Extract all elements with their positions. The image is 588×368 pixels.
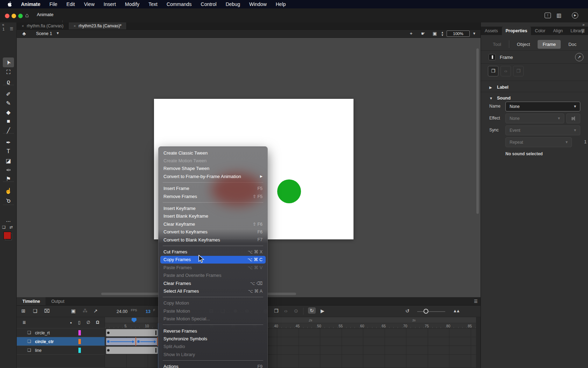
menu-item-remove-shape-tween[interactable]: Remove Shape Tween	[159, 165, 267, 172]
selection-tool[interactable]: ➤	[3, 57, 14, 67]
menu-item-create-classic-tween[interactable]: Create Classic Tween	[159, 149, 267, 157]
line-tool[interactable]: ╱	[3, 125, 14, 135]
paint-bucket-tool[interactable]: ◪	[3, 156, 14, 165]
share-icon[interactable]: ↑	[545, 13, 551, 18]
center-stage-icon[interactable]: ⌖	[410, 31, 412, 36]
asset-warp-tool[interactable]: ⚑	[3, 174, 14, 184]
timeline-panel-menu-icon[interactable]: ☰	[474, 299, 478, 304]
timeline-zoom-handle[interactable]	[424, 309, 428, 314]
mode-tab-frame[interactable]: Frame	[538, 40, 561, 49]
green-circle-artwork[interactable]	[277, 179, 301, 203]
scene-chevron-down-icon[interactable]: ▼	[56, 31, 59, 35]
menu-item-insert-frame[interactable]: Insert FrameF5	[159, 185, 267, 192]
test-movie-icon[interactable]: ▶	[572, 12, 578, 19]
clip-content-icon[interactable]: ▣	[433, 31, 437, 36]
swap-colors-icon[interactable]: ⇄	[9, 225, 13, 230]
menu-item-copy-frames[interactable]: Copy Frames⌥ ⌘ C	[160, 256, 266, 264]
frame-span[interactable]	[106, 347, 158, 354]
layer-row-circle_ctr[interactable]: ❏circle_ctr	[17, 337, 105, 346]
timeline-zoom-in-icon[interactable]: ▲▲	[453, 308, 459, 313]
menubar-item-edit[interactable]: Edit	[66, 1, 75, 7]
menubar-item-view[interactable]: View	[84, 1, 94, 7]
zoom-stepper-icon[interactable]: ▲▼	[441, 31, 444, 37]
layer-row-circle_rt[interactable]: ❏circle_rt	[17, 328, 105, 337]
close-tab-icon[interactable]: ×	[22, 24, 24, 28]
frame-help-icon[interactable]: ↗	[575, 53, 583, 61]
scene-icon[interactable]: ♣	[22, 30, 26, 36]
menubar-item-file[interactable]: File	[49, 1, 57, 7]
close-window-button[interactable]	[5, 14, 9, 18]
sound-name-select[interactable]: None ▼	[505, 102, 580, 111]
collapse-tools-icon[interactable]: «	[2, 22, 4, 27]
layer-name[interactable]: circle_rt	[35, 330, 50, 335]
workspace-layout-icon[interactable]: ▥	[556, 12, 561, 19]
hand-tool[interactable]: ☝	[3, 186, 14, 196]
playhead-marker[interactable]	[132, 318, 136, 322]
delete-layer-icon[interactable]: ⌧	[44, 308, 50, 314]
free-transform-tool[interactable]: ⛶	[3, 67, 14, 77]
graph-editor-icon[interactable]: ↗	[93, 308, 98, 314]
keyframe-dot[interactable]	[107, 349, 110, 352]
menubar-item-animate[interactable]: Animate	[21, 1, 40, 7]
home-icon[interactable]: ⌂	[25, 12, 29, 19]
repeat-count-value[interactable]: 1	[584, 139, 587, 144]
outline-column-icon[interactable]: ▯	[78, 320, 80, 325]
toolbar-menu-icon[interactable]: ☰	[10, 27, 13, 31]
sound-repeat-select[interactable]: Repeat ▼	[505, 137, 572, 147]
sound-effect-select[interactable]: None ▼	[505, 114, 564, 123]
new-layer-icon[interactable]: ⊞	[21, 308, 26, 314]
lock-column-icon[interactable]: Ω	[96, 320, 99, 325]
timeline-tab-timeline[interactable]: Timeline	[17, 297, 46, 305]
preview-sound-button[interactable]	[566, 114, 580, 123]
play-icon[interactable]: ▶	[321, 308, 324, 314]
menubar-item-control[interactable]: Control	[201, 1, 217, 7]
highlight-column-icon[interactable]: ●	[70, 321, 72, 325]
layer-row-line[interactable]: ❏line	[17, 346, 105, 355]
rotate-stage-icon[interactable]: ☛	[421, 31, 425, 36]
layer-color-swatch[interactable]	[78, 330, 81, 335]
fluid-brush-tool[interactable]: ✐	[3, 89, 14, 99]
menu-item-reverse-frames[interactable]: Reverse Frames	[159, 327, 267, 335]
eyedropper-tool[interactable]: ✑	[3, 165, 14, 175]
collapse-panel-icon[interactable]: »	[582, 22, 584, 27]
layer-name[interactable]: circle_ctr	[35, 339, 54, 344]
keyframe-options-icon[interactable]: ⊙	[294, 308, 298, 314]
reset-timeline-zoom-icon[interactable]: ↺	[405, 308, 410, 314]
panel-tab-align[interactable]: Align	[549, 27, 567, 35]
code-button[interactable]: ‹›	[500, 66, 511, 76]
zoom-window-button[interactable]	[18, 14, 23, 18]
more-tools-icon[interactable]: ⋯	[3, 216, 14, 226]
mode-tab-object[interactable]: Object	[512, 40, 535, 49]
keyframe-dot[interactable]	[107, 332, 110, 334]
code-snippet-icon[interactable]: ‹›	[284, 308, 287, 314]
menu-item-insert-keyframe[interactable]: Insert Keyframe	[159, 204, 267, 212]
keyframe-dot[interactable]	[137, 340, 140, 343]
lasso-tool[interactable]: ϱ	[3, 77, 14, 87]
menu-item-convert-to-keyframes[interactable]: Convert to KeyframesF6	[159, 228, 267, 236]
close-tab-icon[interactable]: ×	[74, 24, 76, 28]
menu-item-clear-keyframe[interactable]: Clear Keyframe⇧ F6	[159, 220, 267, 228]
label-section-title[interactable]: Label	[497, 85, 509, 90]
menubar-item-help[interactable]: Help	[276, 1, 286, 7]
scene-name[interactable]: Scene 1	[36, 31, 52, 36]
app-home-tab[interactable]: Animate	[35, 12, 55, 17]
timeline-tab-output[interactable]: Output	[46, 297, 70, 305]
camera-icon[interactable]: ▣	[71, 308, 76, 314]
hide-column-icon[interactable]: ∅	[86, 320, 90, 325]
insert-blank-keyframe-button[interactable]: ❐	[513, 66, 524, 76]
menu-item-convert-to-blank-keyframes[interactable]: Convert to Blank KeyframesF7	[159, 236, 267, 244]
timeline-zoom-slider[interactable]	[417, 311, 445, 312]
classic-brush-tool[interactable]: ✎	[3, 98, 14, 108]
document-tab[interactable]: ×rhythm23.fla (Canvas)*	[69, 22, 127, 29]
zoom-chevron-down-icon[interactable]: ▼	[472, 32, 476, 35]
loop-playback-icon[interactable]: ↻	[308, 307, 316, 314]
document-tab[interactable]: ×rhythm.fla (Canvas)	[17, 22, 69, 29]
text-tool[interactable]: T	[3, 146, 14, 156]
frame-span[interactable]	[106, 329, 158, 336]
fill-color-swatch[interactable]	[4, 232, 11, 239]
menubar-item-debug[interactable]: Debug	[226, 1, 240, 7]
rectangle-tool[interactable]: ■	[3, 116, 14, 126]
insert-keyframe-button[interactable]: ❐	[488, 66, 498, 76]
label-section-chevron-icon[interactable]: ▶	[489, 86, 492, 89]
menu-item-clear-frames[interactable]: Clear Frames⌥ ⌫	[159, 279, 267, 287]
